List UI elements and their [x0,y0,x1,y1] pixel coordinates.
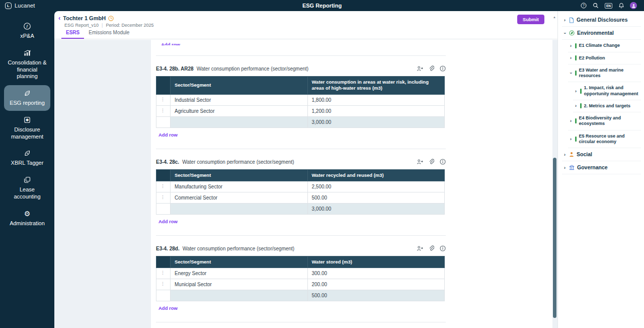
sidebar-item-label: xP&A [20,33,34,40]
info-icon[interactable] [440,65,446,72]
tree-item-e5-resource-use[interactable]: › E5 Resource use and circular economy [568,130,641,149]
chevron-right-icon: › [574,89,578,94]
sidebar-item-esg-reporting[interactable]: ESG reporting [4,85,50,111]
section-divider [156,322,446,322]
add-row-link[interactable]: Add row [158,305,178,311]
separator: | [102,23,103,28]
scroll-up-arrow[interactable]: ▲ [553,16,556,19]
brand[interactable]: L Lucanet [5,3,35,9]
back-button[interactable]: ‹ [58,16,60,21]
column-header: Sector/Segment [171,256,308,268]
add-row-link[interactable]: Add row [161,42,180,45]
section-title: Water consumption performance (sector/se… [197,66,309,72]
data-table: Sector/Segment Water recycled and reused… [156,169,445,215]
cell-sector[interactable]: Industrial Sector [171,94,308,105]
cell-sector[interactable]: Agriculture Sector [171,105,308,116]
search-icon[interactable] [593,3,599,9]
cell-sector[interactable]: Commercial Sector [171,192,308,204]
submit-button[interactable]: Submit [517,15,544,24]
sidebar-item-administration[interactable]: ⚙ Administration [4,206,50,231]
assign-user-icon[interactable] [417,245,423,251]
row-drag-handle[interactable]: ⋮ [156,94,171,105]
cell-value[interactable]: 1,200.00 [307,105,445,116]
cell-sector[interactable]: Energy Sector [171,268,308,279]
svg-text:ƒ: ƒ [26,24,29,29]
row-drag-handle[interactable]: ⋮ [156,268,171,279]
sidebar-item-label: XBRL Tagger [11,160,44,167]
info-icon[interactable] [440,245,446,251]
column-header: Water consumption in areas at water risk… [307,77,445,95]
section-e3-4-28d: E3-4. 28d. Water consumption performance… [156,244,446,312]
sidebar-item-xbrl-tagger[interactable]: XBRL Tagger [4,145,50,171]
tree-item-social[interactable]: › Social [562,148,641,161]
scrollbar-thumb[interactable] [553,158,556,318]
cell-value[interactable]: 200.00 [307,279,445,290]
row-drag-handle[interactable]: ⋮ [156,105,171,116]
tree-item-label: E2 Pollution [579,55,605,61]
clipped-section-above: Add row [156,40,446,45]
chevron-right-icon: › [563,165,567,170]
language-selector[interactable]: EN [605,3,612,9]
row-drag-handle[interactable]: ⋮ [156,192,171,204]
tree-item-general-disclosures[interactable]: › General Disclosures [562,14,641,27]
notifications-bell-icon[interactable] [618,3,624,9]
assign-user-icon[interactable] [417,65,423,72]
attachment-paperclip-icon[interactable] [429,65,434,72]
section-title: Water consumption performance (sector/se… [183,246,295,251]
chevron-right-icon: › [574,103,578,108]
tree-item-label: E1 Climate Change [579,43,620,48]
sidebar-item-disclosure-management[interactable]: ✱ Disclosure management [4,112,50,145]
gear-icon: ⚙ [24,210,31,218]
tree-item-e2-pollution[interactable]: › E2 Pollution [568,52,641,64]
drag-column-header [156,169,171,181]
cell-sector[interactable]: Manufacturing Sector [171,181,308,192]
module-tabs: ESRS Emissions Module [54,28,557,39]
add-row-link[interactable]: Add row [158,132,178,138]
tree-item-e3-metrics-targets[interactable]: › 2. Metrics and targets [573,100,641,112]
tree-item-e3-impact-risk[interactable]: › 1. Impact, risk and opportunity manage… [573,82,641,100]
section-divider [156,149,446,149]
attachment-paperclip-icon[interactable] [429,245,434,251]
tree-item-label: General Disclosures [577,17,628,23]
person-icon [569,152,574,157]
add-row-link[interactable]: Add row [158,219,178,224]
tree-item-e4-biodiversity[interactable]: › E4 Biodiversity and ecosystems [568,112,641,130]
content-scrollbar[interactable]: ▲ [552,13,557,327]
table-row: ⋮ Manufacturing Sector 2,500.00 [156,181,445,192]
info-icon[interactable] [440,159,446,165]
table-row: ⋮ Agriculture Sector 1,200.00 [156,105,445,116]
help-icon[interactable]: ? [581,3,587,9]
tree-item-environmental[interactable]: › Environmental [562,27,641,40]
attachment-paperclip-icon[interactable] [429,159,434,165]
report-version: ESG Report_v10 [64,23,99,28]
cell-value[interactable]: 300.00 [307,268,445,279]
tab-esrs[interactable]: ESRS [61,30,84,39]
cell-value[interactable]: 500.00 [307,192,445,204]
section-e3-4-28b: E3-4. 28b. AR28 Water consumption perfor… [156,64,446,139]
user-avatar[interactable] [630,2,637,9]
cell-sector[interactable]: Municipal Sector [171,279,308,290]
row-drag-handle[interactable]: ⋮ [156,279,171,290]
assign-user-icon[interactable] [417,159,423,165]
sidebar-item-lease-accounting[interactable]: Lease accounting [4,172,50,205]
tree-item-label: 1. Impact, risk and opportunity manageme… [584,85,641,97]
document-icon [569,17,574,23]
tree-item-label: 2. Metrics and targets [584,103,631,109]
total-row: 500.00 [156,290,445,301]
column-header: Water stored (m3) [307,256,445,268]
table-row: ⋮ Industrial Sector 1,800.00 [156,94,445,105]
tree-item-e3-water[interactable]: › E3 Water and marine resources [568,64,641,83]
topic-bar-icon [575,55,577,60]
tree-item-governance[interactable]: › Governance [562,161,641,174]
section-title: Water consumption performance (sector/se… [182,159,294,165]
brand-name: Lucanet [15,3,35,9]
chevron-right-icon: › [569,118,573,123]
sidebar-item-xpa[interactable]: ƒ xP&A [4,18,50,44]
tab-emissions-module[interactable]: Emissions Module [84,30,134,39]
sidebar-item-consolidation[interactable]: Consolidation & financial planning [4,45,50,84]
tree-item-e1-climate-change[interactable]: › E1 Climate Change [568,40,641,52]
cell-value[interactable]: 1,800.00 [307,94,445,105]
column-header: Sector/Segment [171,77,308,95]
cell-value[interactable]: 2,500.00 [307,181,445,192]
row-drag-handle[interactable]: ⋮ [156,181,171,192]
